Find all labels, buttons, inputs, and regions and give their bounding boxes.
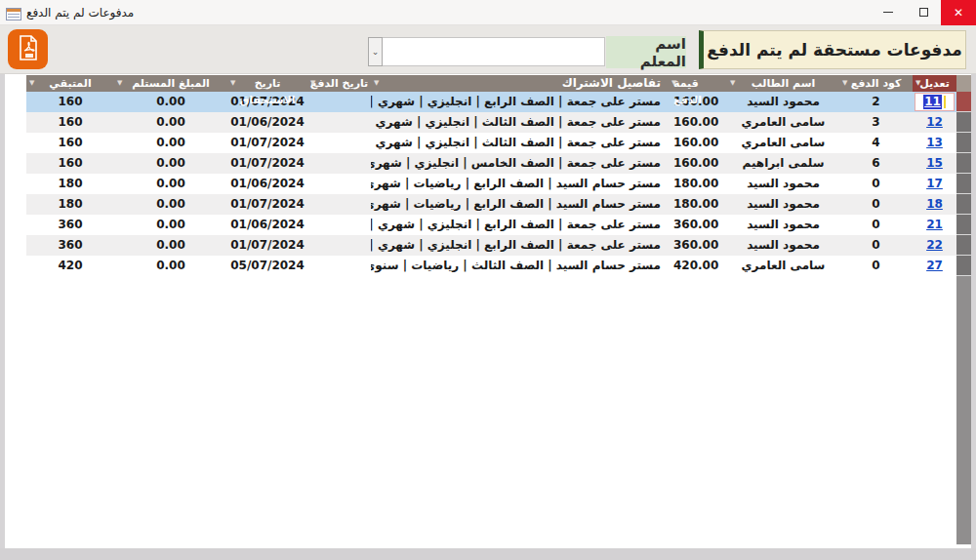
cell-code[interactable]: 4 [839,133,913,153]
cell-pay_date[interactable] [307,92,371,112]
cell-pay_date[interactable] [307,153,371,174]
cell-details[interactable]: مستر حسام السيد | الصف الرابع | رياضيات … [371,194,669,215]
cell-edit[interactable]: 22 [913,235,956,256]
cell-remaining[interactable]: 420 [26,256,114,276]
cell-remaining[interactable]: 160 [26,133,114,153]
cell-edit[interactable]: 15 [913,153,956,174]
edit-link[interactable]: 22 [926,238,943,252]
cell-details[interactable]: مستر على جمعة | الصف الخامس | انجليزي | … [371,153,669,174]
cell-received[interactable]: 0.00 [114,133,227,153]
column-header-remaining[interactable]: ▼المتبقي [26,75,114,92]
filter-dropdown-arrow-icon[interactable]: ▼ [730,75,735,92]
column-header-payment-amount[interactable]: ▼قيمة الدفع [669,75,727,92]
cell-details[interactable]: مستر على جمعة | الصف الرابع | انجليزي | … [371,215,669,235]
cell-received[interactable]: 0.00 [114,235,227,256]
cell-pay_date[interactable] [307,194,371,215]
column-header-payment-date[interactable]: ▼تاريخ الدفع [307,75,371,92]
column-header-subscription-details[interactable]: ▼تفاصيل الاشتراك [371,75,669,92]
cell-received[interactable]: 0.00 [114,194,227,215]
teacher-name-input[interactable] [383,37,605,66]
cell-pay_date[interactable] [307,112,371,133]
cell-remaining[interactable]: 160 [26,153,114,174]
cell-details[interactable]: مستر على جمعة | الصف الرابع | انجليزي | … [371,235,669,256]
edit-link[interactable]: 21 [926,218,943,231]
cell-edit[interactable]: 11 [913,92,956,112]
edit-link[interactable]: 18 [926,197,943,211]
edit-link[interactable]: 13 [926,136,943,149]
cell-edit[interactable]: 13 [913,133,956,153]
maximize-button[interactable] [906,0,941,25]
cell-due_date[interactable]: 01/06/2024 [227,215,307,235]
record-selector[interactable] [956,256,971,276]
cell-amount[interactable]: 180.00 [669,174,727,194]
cell-amount[interactable]: 160.00 [669,153,727,174]
close-button[interactable]: ✕ [941,0,976,25]
filter-dropdown-arrow-icon[interactable]: ▼ [310,75,315,92]
cell-due_date[interactable]: 01/07/2024 [227,235,307,256]
cell-due_date[interactable]: 01/06/2024 [227,174,307,194]
cell-remaining[interactable]: 360 [26,215,114,235]
cell-due_date[interactable]: 01/06/2024 [227,112,307,133]
cell-received[interactable]: 0.00 [114,92,227,112]
cell-student[interactable]: سامى العامري [727,133,839,153]
cell-student[interactable]: سلمى ابراهيم [727,153,839,174]
cell-code[interactable]: 0 [839,194,913,215]
cell-received[interactable]: 0.00 [114,215,227,235]
record-selector[interactable] [956,215,971,235]
cell-received[interactable]: 0.00 [114,112,227,133]
filter-dropdown-arrow-icon[interactable]: ▼ [117,75,122,92]
cell-amount[interactable]: 160.00 [669,112,727,133]
cell-received[interactable]: 0.00 [114,174,227,194]
cell-received[interactable]: 0.00 [114,153,227,174]
cell-code[interactable]: 0 [839,215,913,235]
cell-code[interactable]: 0 [839,235,913,256]
cell-code[interactable]: 3 [839,112,913,133]
cell-received[interactable]: 0.00 [114,256,227,276]
cell-pay_date[interactable] [307,174,371,194]
combo-dropdown-arrow-icon[interactable]: ⌄ [368,37,383,66]
cell-details[interactable]: مستر حسام السيد | الصف الثالث | رياضيات … [371,256,669,276]
cell-edit[interactable]: 12 [913,112,956,133]
record-selector[interactable] [956,153,971,174]
cell-edit[interactable]: 27 [913,256,956,276]
cell-amount[interactable]: 160.00 [669,133,727,153]
cell-remaining[interactable]: 180 [26,194,114,215]
cell-remaining[interactable]: 160 [26,92,114,112]
record-selector[interactable] [956,133,971,153]
cell-student[interactable]: سامى العامري [727,112,839,133]
filter-dropdown-arrow-icon[interactable]: ▼ [230,75,235,92]
cell-code[interactable]: 2 [839,92,913,112]
cell-student[interactable]: محمود السيد [727,215,839,235]
cell-edit[interactable]: 18 [913,194,956,215]
column-header-payment-code[interactable]: ▼كود الدفع [839,75,913,92]
cell-student[interactable]: محمود السيد [727,194,839,215]
filter-dropdown-arrow-icon[interactable]: ▼ [671,75,676,92]
edit-link[interactable]: 15 [926,156,943,170]
cell-due_date[interactable]: 01/07/2024 [227,133,307,153]
cell-due_date[interactable]: 01/07/2024 [227,194,307,215]
record-selector[interactable] [956,174,971,194]
cell-pay_date[interactable] [307,235,371,256]
edit-link[interactable]: 17 [926,177,943,190]
active-edit-cell[interactable]: 11 [915,93,955,111]
cell-due_date[interactable]: 01/07/2024 [227,153,307,174]
filter-dropdown-arrow-icon[interactable]: ▼ [915,75,920,92]
record-selector[interactable] [956,112,971,133]
edit-link[interactable]: 11 [923,95,942,109]
cell-amount[interactable]: 180.00 [669,194,727,215]
cell-student[interactable]: سامى العامري [727,256,839,276]
cell-student[interactable]: محمود السيد [727,174,839,194]
cell-remaining[interactable]: 160 [26,112,114,133]
column-header-edit[interactable]: ▼تعديل [913,75,956,92]
cell-remaining[interactable]: 180 [26,174,114,194]
minimize-button[interactable] [871,0,906,25]
cell-code[interactable]: 6 [839,153,913,174]
cell-student[interactable]: محمود السيد [727,235,839,256]
column-header-received-amount[interactable]: ▼المبلغ المستلم [114,75,227,92]
cell-details[interactable]: مستر حسام السيد | الصف الرابع | رياضيات … [371,174,669,194]
cell-details[interactable]: مستر على جمعة | الصف الثالث | انجليزي | … [371,112,669,133]
column-header-student-name[interactable]: ▼اسم الطالب [727,75,839,92]
cell-amount[interactable]: 420.00 [669,256,727,276]
cell-code[interactable]: 0 [839,174,913,194]
cell-due_date[interactable]: 05/07/2024 [227,256,307,276]
